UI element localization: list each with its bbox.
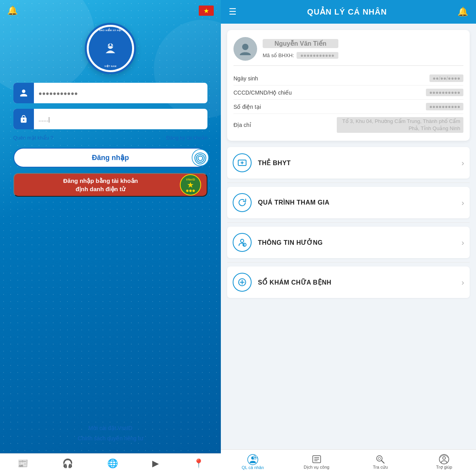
username-input[interactable]: [34, 90, 208, 97]
play-icon: ▶: [152, 458, 159, 469]
user-icon-box: [13, 83, 34, 103]
divider-1: [227, 182, 470, 183]
menu-list: THẺ BHYT › QUÁ TRÌNH THAM GIA › i: [221, 147, 476, 302]
ql-ca-nhan-label: QL cá nhân: [242, 465, 264, 470]
avatar: [233, 37, 257, 61]
profile-row-ngaysinh: Ngày sinh ●●/●●/●●●●: [233, 71, 463, 86]
left-top-bar: 🔔 ★: [0, 0, 221, 19]
ql-ca-nhan-icon: [247, 454, 258, 465]
menu-item-thongtin[interactable]: i THÔNG TIN HƯỞNG ›: [227, 227, 470, 258]
vssid-login-text: Đăng nhập bằng tài khoản định danh điện …: [21, 177, 180, 193]
form-area: Quên mật khẩu ? Đăng ký tài khoản Đăng n…: [13, 83, 208, 204]
svg-line-20: [382, 461, 385, 464]
install-link[interactable]: Mời cài đặt VssID: [78, 425, 143, 431]
cccd-label: CCCD/CMND/Hộ chiếu: [233, 89, 426, 96]
chevron-right-thongtin: ›: [461, 238, 464, 247]
bell-icon-right[interactable]: 🔔: [457, 7, 468, 17]
hamburger-icon[interactable]: ☰: [229, 7, 237, 17]
menu-item-bhyt[interactable]: THẺ BHYT ›: [227, 147, 470, 179]
fingerprint-button[interactable]: [189, 147, 211, 169]
left-panel: 🔔 ★ BẢO HIỂM XÃ HỘI VIỆT NAM: [0, 0, 221, 473]
sdt-label: Số điện tại: [233, 104, 426, 110]
headphone-icon: 🎧: [62, 458, 73, 469]
register-link[interactable]: Đăng ký tài khoản: [166, 135, 208, 141]
left-nav-support[interactable]: 🎧: [62, 458, 73, 470]
svg-point-1: [107, 45, 109, 47]
svg-point-2: [112, 45, 114, 47]
forgot-row: Quên mật khẩu ? Đăng ký tài khoản: [13, 135, 208, 141]
profile-top: Nguyễn Văn Tiến Mã số BHXH: ●●●●●●●●●●●: [233, 37, 463, 66]
logo-svg: [103, 41, 118, 56]
svg-point-4: [242, 44, 248, 50]
bell-icon-left[interactable]: 🔔: [7, 6, 18, 16]
bhyt-icon: [237, 158, 247, 168]
profile-maso-label: Mã số BHXH:: [263, 52, 294, 58]
svg-point-6: [241, 239, 244, 242]
menu-item-quatrinh[interactable]: QUÁ TRÌNH THAM GIA ›: [227, 187, 470, 218]
forgot-password-link[interactable]: Quên mật khẩu ?: [13, 135, 53, 141]
password-input-row[interactable]: [13, 109, 208, 129]
password-input[interactable]: [34, 116, 208, 123]
ngay-sinh-value: ●●/●●/●●●●: [429, 74, 463, 82]
thongtin-icon: i: [237, 238, 247, 247]
lock-icon-box: [13, 109, 34, 129]
avatar-icon: [238, 42, 252, 56]
logo-circle: BẢO HIỂM XÃ HỘI VIỆT NAM: [85, 23, 136, 74]
right-panel: ☰ QUẢN LÝ CÁ NHÂN 🔔 Nguyễn Văn Tiến Mã s…: [221, 0, 476, 473]
globe-icon: 🌐: [107, 458, 118, 469]
right-title: QUẢN LÝ CÁ NHÂN: [307, 7, 387, 17]
vssid-login-button[interactable]: Đăng nhập bằng tài khoản định danh điện …: [13, 173, 208, 197]
user-icon: [19, 89, 28, 97]
svg-point-23: [443, 457, 446, 460]
bhyt-label: THẺ BHYT: [258, 159, 461, 167]
divider-2: [227, 222, 470, 223]
profile-maso-value: ●●●●●●●●●●●: [297, 52, 338, 59]
divider-3: [227, 262, 470, 263]
right-bottom-nav: QL cá nhân Dịch vụ công Tra cứu: [221, 449, 476, 473]
logo-ring-text-bottom: VIỆT NAM: [89, 65, 132, 67]
right-nav-qlcanhan[interactable]: QL cá nhân: [239, 454, 267, 470]
privacy-link[interactable]: Chính sách quyền riêng tư: [78, 435, 143, 441]
left-nav-location[interactable]: 📍: [193, 458, 204, 470]
profile-row-diachi: Địa chỉ Tổ 3, Khu 04, Phường Cẩm Trung, …: [233, 114, 463, 136]
thongtin-icon-circle: i: [233, 233, 252, 252]
left-nav-news[interactable]: 📰: [17, 458, 28, 470]
cccd-value: ●●●●●●●●●●: [426, 89, 463, 96]
username-input-row[interactable]: [13, 83, 208, 103]
svg-point-21: [378, 457, 381, 460]
dich-vu-cong-label: Dịch vụ công: [304, 465, 329, 470]
tro-giup-icon: [439, 454, 450, 465]
right-nav-tracuu[interactable]: Tra cứu: [366, 454, 394, 470]
sdt-value: ●●●●●●●●●●: [426, 103, 463, 110]
chevron-right-quatrinh: ›: [461, 198, 464, 207]
profile-name: Nguyễn Văn Tiến: [263, 39, 338, 48]
sokham-label: SỔ KHÁM CHỮA BỆNH: [258, 279, 461, 286]
tro-giup-label: Trợ giúp: [436, 465, 452, 470]
ngay-sinh-label: Ngày sinh: [233, 75, 429, 82]
tra-cuu-icon: [375, 454, 386, 465]
flag-star: ★: [203, 7, 209, 15]
quatrinh-label: QUÁ TRÌNH THAM GIA: [258, 199, 461, 206]
flag-icon: ★: [199, 6, 214, 16]
diachi-value: Tổ 3, Khu 04, Phường Cẩm Trung, Thành ph…: [337, 117, 463, 133]
vneid-star: ★: [187, 181, 194, 189]
profile-row-cccd: CCCD/CMND/Hộ chiếu ●●●●●●●●●●: [233, 86, 463, 100]
svg-text:i: i: [244, 244, 244, 246]
left-bottom-nav: 📰 🎧 🌐 ▶ 📍: [0, 453, 221, 473]
location-icon: 📍: [193, 458, 204, 469]
logo-area: BẢO HIỂM XÃ HỘI VIỆT NAM: [85, 23, 136, 74]
bhyt-icon-circle: [233, 153, 252, 172]
right-nav-dichvucong[interactable]: Dịch vụ công: [303, 454, 330, 470]
menu-item-sokham[interactable]: SỔ KHÁM CHỮA BỆNH ›: [227, 266, 470, 298]
sokham-icon-circle: [233, 273, 252, 292]
login-button[interactable]: Đăng nhập: [13, 148, 208, 168]
left-nav-globe[interactable]: 🌐: [107, 458, 118, 470]
right-nav-trogiu[interactable]: Trợ giúp: [430, 454, 458, 470]
chevron-right-sokham: ›: [461, 278, 464, 287]
left-nav-video[interactable]: ▶: [152, 458, 159, 470]
chevron-right-bhyt: ›: [461, 158, 464, 168]
right-header: ☰ QUẢN LÝ CÁ NHÂN 🔔: [221, 0, 476, 24]
fingerprint-icon: [192, 149, 209, 166]
sokham-icon: [237, 277, 247, 287]
diachi-label: Địa chỉ: [233, 122, 337, 128]
